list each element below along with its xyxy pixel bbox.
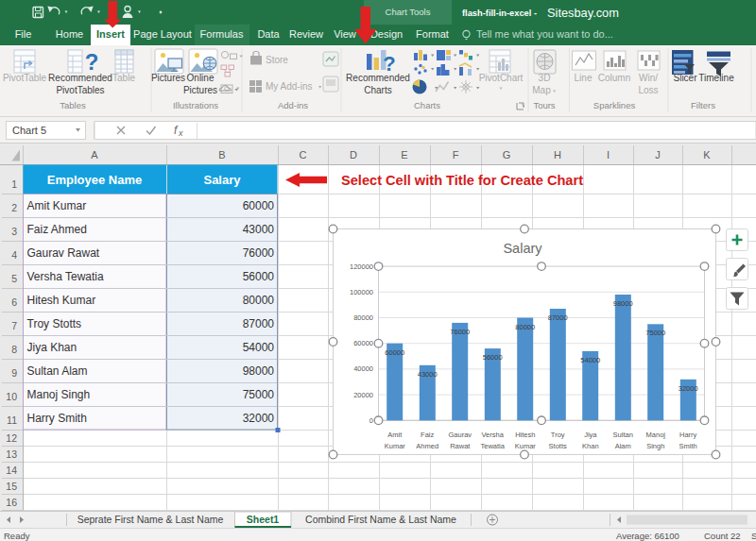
svg-text:Tables: Tables xyxy=(60,100,86,110)
svg-text:20000: 20000 xyxy=(353,391,373,399)
svg-text:Harry: Harry xyxy=(679,431,697,439)
svg-text:PivotTables: PivotTables xyxy=(56,85,104,95)
svg-text:Gaurav Rawat: Gaurav Rawat xyxy=(27,246,100,260)
svg-text:Sparklines: Sparklines xyxy=(593,100,636,110)
svg-text:Recommended: Recommended xyxy=(48,73,112,83)
svg-text:Smith: Smith xyxy=(679,442,697,450)
svg-text:Recommended: Recommended xyxy=(346,73,410,83)
svg-text:75000: 75000 xyxy=(645,329,665,337)
svg-text:Faiz Ahmed: Faiz Ahmed xyxy=(27,223,87,236)
svg-text:K: K xyxy=(703,149,711,161)
svg-text:I: I xyxy=(607,149,610,161)
svg-text:Win/: Win/ xyxy=(639,73,658,83)
svg-text:98000: 98000 xyxy=(243,364,275,378)
svg-text:Pictures: Pictures xyxy=(183,85,217,95)
svg-text:Singh: Singh xyxy=(646,442,664,450)
svg-text:4: 4 xyxy=(11,249,17,261)
svg-text:E: E xyxy=(401,149,407,161)
svg-text:Gaurav: Gaurav xyxy=(448,431,472,439)
svg-text:3: 3 xyxy=(11,226,17,237)
svg-text:Troy Stotts: Troy Stotts xyxy=(27,317,82,330)
svg-text:Faiz: Faiz xyxy=(421,431,434,439)
svg-text:Seprate First Name & Last Name: Seprate First Name & Last Name xyxy=(77,514,224,525)
svg-text:Alam: Alam xyxy=(615,442,631,450)
svg-text:D: D xyxy=(350,149,357,161)
svg-text:80000: 80000 xyxy=(243,294,275,307)
svg-text:60000: 60000 xyxy=(385,348,404,357)
svg-text:11: 11 xyxy=(7,414,17,426)
svg-text:54000: 54000 xyxy=(243,341,275,354)
svg-text:Jiya: Jiya xyxy=(584,431,597,439)
svg-text:C: C xyxy=(300,149,307,161)
svg-text:60000: 60000 xyxy=(243,199,275,212)
svg-text:12: 12 xyxy=(6,432,17,444)
svg-text:15: 15 xyxy=(6,481,17,492)
svg-text:Column: Column xyxy=(598,73,630,83)
svg-text:1: 1 xyxy=(11,178,17,190)
svg-text:2: 2 xyxy=(11,202,17,213)
svg-text:Amit: Amit xyxy=(387,431,403,439)
svg-text:13: 13 xyxy=(6,448,17,460)
svg-text:Line: Line xyxy=(575,73,593,83)
svg-text:Charts: Charts xyxy=(414,100,440,110)
svg-text:Kumar: Kumar xyxy=(515,442,537,450)
svg-text:Amit Kumar: Amit Kumar xyxy=(27,199,87,212)
svg-text:Rawat: Rawat xyxy=(450,442,471,450)
svg-text:Add-ins: Add-ins xyxy=(278,100,308,110)
svg-text:98000: 98000 xyxy=(613,299,633,308)
svg-text:Sultan Alam: Sultan Alam xyxy=(27,364,88,378)
svg-text:J: J xyxy=(655,149,661,161)
svg-text:?: ? xyxy=(85,49,99,75)
svg-text:32000: 32000 xyxy=(243,412,275,425)
svg-text:Loss: Loss xyxy=(638,85,658,95)
svg-text:A: A xyxy=(91,149,98,161)
svg-text:43000: 43000 xyxy=(243,223,275,236)
svg-text:87000: 87000 xyxy=(548,313,568,322)
svg-text:Sheet1: Sheet1 xyxy=(247,514,280,525)
svg-text:Store: Store xyxy=(266,55,288,65)
svg-text:56000: 56000 xyxy=(243,270,275,283)
svg-text:Sultan: Sultan xyxy=(613,431,633,439)
svg-text:Ahmed: Ahmed xyxy=(416,442,438,450)
svg-text:10: 10 xyxy=(6,391,17,402)
svg-text:54000: 54000 xyxy=(580,356,600,364)
svg-text:100000: 100000 xyxy=(350,288,373,296)
svg-text:Harry Smith: Harry Smith xyxy=(27,412,87,425)
svg-text:76000: 76000 xyxy=(450,328,470,336)
svg-text:x: x xyxy=(178,128,183,138)
svg-text:Select Cell with Title for Cre: Select Cell with Title for Create Chart xyxy=(341,173,583,188)
svg-text:F: F xyxy=(453,149,459,161)
svg-text:9: 9 xyxy=(11,367,17,379)
svg-text:Filters: Filters xyxy=(691,100,715,110)
svg-text:My Add-ins: My Add-ins xyxy=(266,81,312,92)
svg-text:80000: 80000 xyxy=(353,313,373,322)
svg-text:Chart 5: Chart 5 xyxy=(12,125,46,136)
svg-text:PivotChart: PivotChart xyxy=(479,73,524,83)
svg-text:3D: 3D xyxy=(539,73,551,83)
svg-text:Tours: Tours xyxy=(533,100,555,110)
svg-text:Stotts: Stotts xyxy=(549,442,567,450)
svg-text:Map: Map xyxy=(532,85,551,95)
svg-text:80000: 80000 xyxy=(515,323,535,331)
svg-text:43000: 43000 xyxy=(418,370,438,379)
svg-text:Hitesh: Hitesh xyxy=(515,431,535,439)
svg-text:B: B xyxy=(218,149,225,161)
svg-text:Timeline: Timeline xyxy=(698,73,734,83)
svg-text:40000: 40000 xyxy=(353,364,373,373)
svg-text:Illustrations: Illustrations xyxy=(173,100,218,110)
svg-text:PivotTable: PivotTable xyxy=(3,73,47,83)
svg-text:56000: 56000 xyxy=(483,353,503,362)
svg-text:Tewatia: Tewatia xyxy=(480,442,505,450)
svg-text:Combind First Name & Last Name: Combind First Name & Last Name xyxy=(305,514,456,525)
svg-text:G: G xyxy=(503,149,511,161)
svg-text:Manoj: Manoj xyxy=(646,431,666,439)
svg-text:Online: Online xyxy=(187,73,215,83)
svg-text:Salary: Salary xyxy=(203,173,241,187)
svg-text:60000: 60000 xyxy=(353,339,373,347)
svg-text:5: 5 xyxy=(11,273,17,284)
svg-text:Jiya Khan: Jiya Khan xyxy=(27,341,77,354)
svg-text:8: 8 xyxy=(11,344,17,355)
svg-text:14: 14 xyxy=(6,465,17,476)
svg-text:76000: 76000 xyxy=(243,246,275,260)
svg-text:Manoj Singh: Manoj Singh xyxy=(27,388,91,401)
